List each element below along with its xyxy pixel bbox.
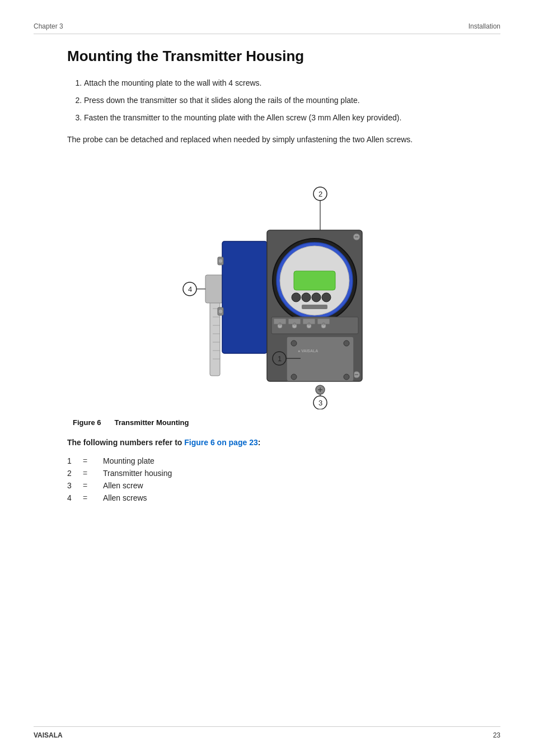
footer-page-number: 23	[493, 731, 500, 739]
svg-text:4: 4	[188, 285, 192, 293]
step-2: Press down the transmitter so that it sl…	[84, 95, 467, 106]
ref-desc-1: Mounting plate	[103, 455, 172, 467]
figure-container: ⚙ ⚙ ⚙ ⚙ ● VAISALA 1	[67, 163, 467, 409]
svg-text:3: 3	[318, 399, 322, 407]
installation-steps: Attach the mounting plate to the wall wi…	[78, 77, 467, 124]
ref-heading: The following numbers refer to Figure 6 …	[67, 438, 467, 447]
ref-num-4: 4	[67, 492, 83, 504]
svg-text:⚙: ⚙	[278, 322, 282, 326]
header-section: Installation	[469, 22, 500, 30]
ref-row-3: 3 = Allen screw	[67, 479, 172, 492]
svg-point-22	[322, 293, 331, 302]
svg-point-45	[291, 374, 297, 380]
ref-desc-2: Transmitter housing	[103, 467, 172, 479]
svg-point-21	[312, 293, 321, 302]
svg-rect-18	[294, 271, 335, 290]
svg-text:⚙: ⚙	[293, 322, 296, 326]
figure-caption: Figure 6 Transmitter Mounting	[67, 418, 467, 427]
figure-number: Figure 6	[73, 418, 101, 427]
svg-text:● VAISALA: ● VAISALA	[298, 349, 318, 353]
svg-point-13	[218, 309, 223, 314]
transmitter-diagram: ⚙ ⚙ ⚙ ⚙ ● VAISALA 1	[149, 163, 385, 409]
page: Chapter 3 Installation Mounting the Tran…	[0, 0, 534, 756]
svg-point-19	[292, 293, 301, 302]
ref-row-4: 4 = Allen screws	[67, 492, 172, 504]
svg-rect-23	[302, 305, 327, 309]
svg-point-20	[302, 293, 311, 302]
main-content: Mounting the Transmitter Housing Attach …	[34, 48, 500, 504]
ref-row-2: 2 = Transmitter housing	[67, 467, 172, 479]
svg-point-43	[291, 340, 297, 346]
info-paragraph: The probe can be detached and replaced w…	[67, 134, 467, 146]
figure-title: Transmitter Mounting	[115, 418, 189, 427]
ref-eq-3: =	[83, 479, 103, 492]
ref-num-2: 2	[67, 467, 83, 479]
svg-text:⚙: ⚙	[322, 322, 325, 326]
svg-text:2: 2	[318, 190, 322, 198]
ref-num-1: 1	[67, 455, 83, 467]
ref-eq-2: =	[83, 467, 103, 479]
page-footer: VAISALA 23	[34, 726, 500, 739]
ref-num-3: 3	[67, 479, 83, 492]
svg-text:⚙: ⚙	[307, 322, 311, 326]
svg-point-44	[344, 340, 349, 346]
ref-eq-1: =	[83, 455, 103, 467]
ref-row-1: 1 = Mounting plate	[67, 455, 172, 467]
svg-text:1: 1	[278, 354, 282, 363]
footer-brand: VAISALA	[34, 731, 63, 739]
header-chapter: Chapter 3	[34, 22, 63, 30]
svg-rect-9	[222, 241, 267, 353]
svg-point-46	[344, 374, 349, 380]
figure-ref-link[interactable]: Figure 6 on page 23	[184, 438, 257, 447]
reference-list: 1 = Mounting plate 2 = Transmitter housi…	[67, 455, 172, 504]
ref-desc-3: Allen screw	[103, 479, 172, 492]
ref-eq-4: =	[83, 492, 103, 504]
step-1: Attach the mounting plate to the wall wi…	[84, 77, 467, 89]
step-3: Fasten the transmitter to the mounting p…	[84, 112, 467, 124]
svg-point-11	[218, 259, 223, 263]
ref-desc-4: Allen screws	[103, 492, 172, 504]
svg-rect-1	[205, 275, 224, 303]
page-title: Mounting the Transmitter Housing	[67, 48, 467, 65]
page-header: Chapter 3 Installation	[34, 22, 500, 34]
